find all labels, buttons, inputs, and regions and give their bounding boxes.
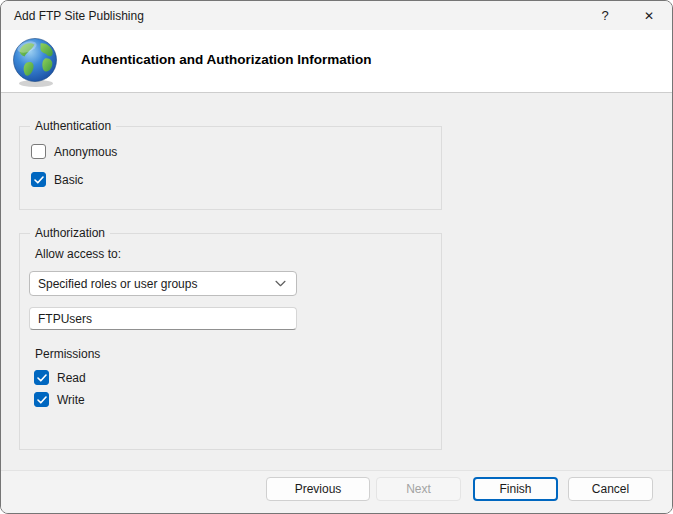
help-icon: ? [601,8,608,23]
cancel-button[interactable]: Cancel [568,477,653,501]
close-button[interactable]: ✕ [626,1,672,30]
authentication-legend: Authentication [30,118,116,135]
write-label: Write [57,393,85,407]
check-icon [37,396,47,404]
previous-button[interactable]: Previous [266,477,370,501]
titlebar-controls: ? ✕ [584,1,672,30]
basic-check-row: Basic [31,172,83,187]
help-button[interactable]: ? [584,1,626,30]
write-checkbox[interactable] [34,392,49,407]
next-button[interactable]: Next [376,477,461,501]
wizard-footer: Previous Next Finish Cancel [1,470,672,513]
anonymous-checkbox[interactable] [31,144,46,159]
wizard-header: Authentication and Authorization Informa… [1,30,672,93]
window-title: Add FTP Site Publishing [1,9,584,23]
globe-icon [11,36,61,88]
check-icon [34,176,44,184]
authentication-groupbox: Authentication Anonymous Basic [19,126,442,210]
read-check-row: Read [34,370,86,385]
authorization-legend: Authorization [30,225,110,242]
check-icon [37,374,47,382]
write-check-row: Write [34,392,85,407]
read-checkbox[interactable] [34,370,49,385]
anonymous-label: Anonymous [54,145,117,159]
basic-checkbox[interactable] [31,172,46,187]
basic-label: Basic [54,173,83,187]
allow-access-dropdown[interactable]: Specified roles or user groups [29,271,297,296]
chevron-down-icon [275,280,286,287]
page-title: Authentication and Authorization Informa… [81,52,371,67]
allow-access-dropdown-value: Specified roles or user groups [38,277,275,291]
titlebar: Add FTP Site Publishing ? ✕ [1,1,672,30]
user-groups-input[interactable] [29,307,297,330]
add-ftp-site-publishing-dialog: Add FTP Site Publishing ? ✕ [0,0,673,514]
permissions-label: Permissions [35,347,100,361]
wizard-content: Authentication Anonymous Basic Authoriza… [1,93,672,470]
anonymous-check-row: Anonymous [31,144,117,159]
finish-button[interactable]: Finish [473,477,558,501]
authorization-groupbox: Authorization Allow access to: Specified… [19,233,442,450]
read-label: Read [57,371,86,385]
allow-access-label: Allow access to: [35,247,121,261]
close-icon: ✕ [644,9,654,23]
